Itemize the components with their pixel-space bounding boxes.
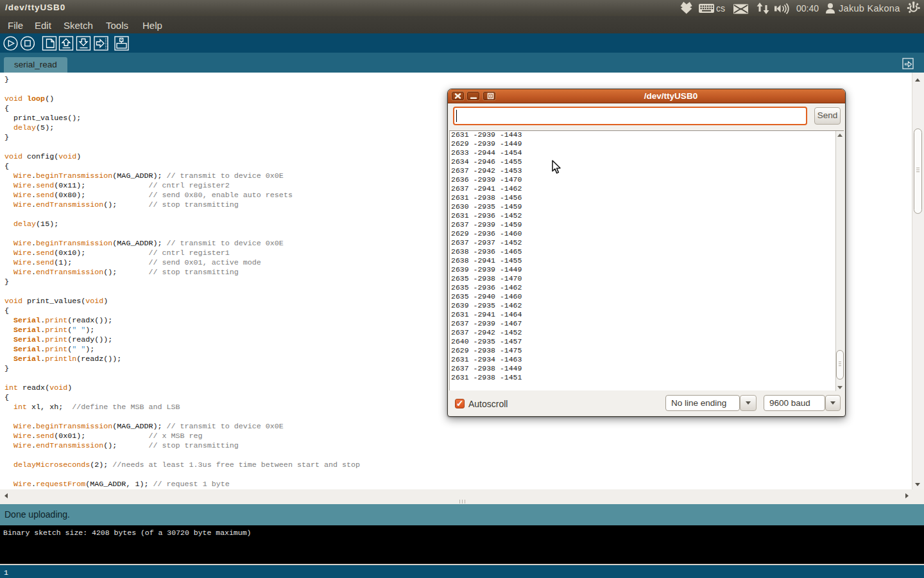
svg-text:00:40: 00:40 bbox=[796, 3, 819, 13]
svg-text:Jakub Kakona: Jakub Kakona bbox=[839, 3, 900, 13]
svg-text:cs: cs bbox=[716, 3, 725, 13]
